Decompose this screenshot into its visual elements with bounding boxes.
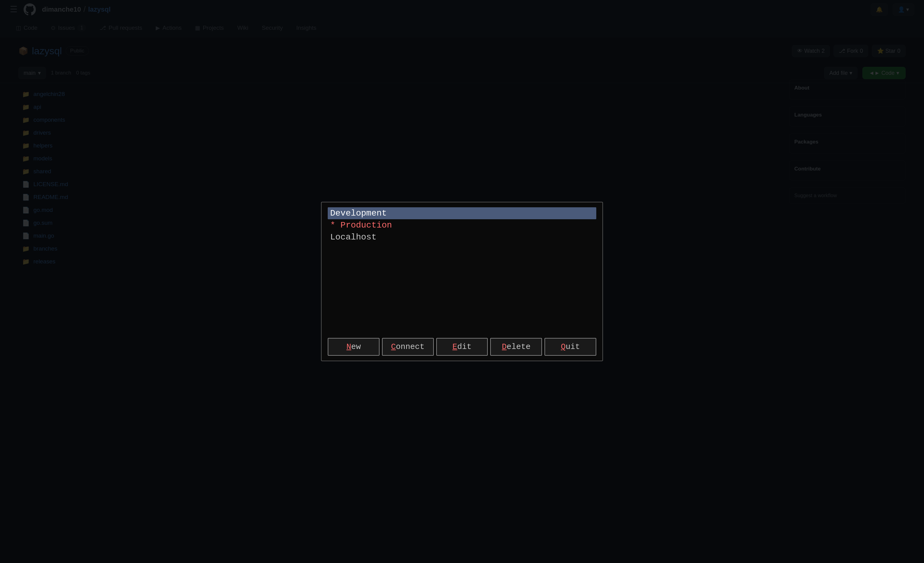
modal-overlay: Development * Production Localhost New C… — [0, 0, 924, 563]
connect-hotkey: C — [391, 342, 396, 351]
quit-button[interactable]: Quit — [544, 338, 596, 356]
dialog-button-row: New Connect Edit Delete Quit — [328, 338, 596, 356]
delete-label-rest: elete — [507, 342, 531, 351]
quit-hotkey: Q — [561, 342, 566, 351]
terminal-dialog: Development * Production Localhost New C… — [321, 202, 603, 361]
delete-button[interactable]: Delete — [490, 338, 542, 356]
quit-label-rest: uit — [566, 342, 580, 351]
connection-item-production[interactable]: * Production — [328, 219, 596, 231]
edit-label-rest: dit — [457, 342, 471, 351]
new-button[interactable]: New — [328, 338, 380, 356]
connect-label-rest: onnect — [396, 342, 424, 351]
edit-hotkey: E — [453, 342, 458, 351]
new-label-rest: ew — [351, 342, 361, 351]
connection-item-localhost[interactable]: Localhost — [328, 231, 596, 243]
connection-list: Development * Production Localhost — [328, 207, 596, 332]
connection-item-development[interactable]: Development — [328, 207, 596, 219]
delete-hotkey: D — [502, 342, 507, 351]
connect-button[interactable]: Connect — [382, 338, 434, 356]
new-hotkey: N — [346, 342, 351, 351]
edit-button[interactable]: Edit — [436, 338, 488, 356]
